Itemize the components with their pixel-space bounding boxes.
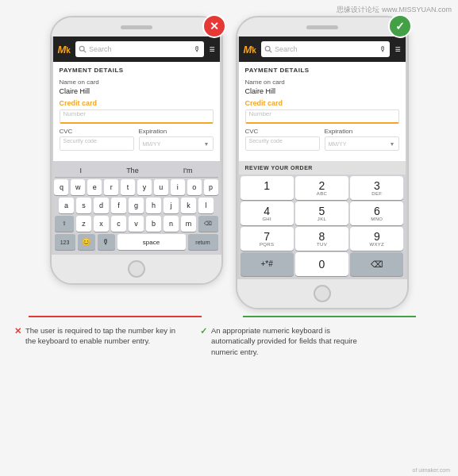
expiry-label-good: Expiration bbox=[325, 128, 399, 135]
key-m[interactable]: m bbox=[181, 216, 196, 232]
key-w[interactable]: w bbox=[71, 179, 85, 195]
key-c[interactable]: c bbox=[111, 216, 126, 232]
svg-point-2 bbox=[265, 46, 270, 51]
name-label-good: Name on card bbox=[245, 79, 399, 86]
key-v[interactable]: v bbox=[129, 216, 144, 232]
key-emoji[interactable]: 😊 bbox=[78, 234, 95, 250]
payment-title-good: PAYMENT DETAILS bbox=[245, 67, 399, 74]
key-h[interactable]: h bbox=[146, 198, 161, 213]
search-icon-bad bbox=[79, 45, 87, 53]
review-banner: REVIEW YOUR ORDER bbox=[239, 161, 406, 175]
label-row-bad: ✕ The user is required to tap the number… bbox=[14, 325, 187, 347]
key-q[interactable]: q bbox=[54, 179, 68, 195]
autocomplete-im[interactable]: I'm bbox=[183, 167, 193, 175]
num-key-symbols[interactable]: +*# bbox=[241, 252, 294, 276]
cvc-field-good[interactable]: Security code bbox=[245, 136, 320, 151]
num-key-6[interactable]: 6 MNO bbox=[350, 202, 403, 225]
label-block-good: ✓ An appropriate numeric keyboard is aut… bbox=[200, 325, 373, 357]
good-label-icon: ✓ bbox=[200, 326, 207, 336]
review-title: REVIEW YOUR ORDER bbox=[245, 165, 399, 171]
num-row-2: 4 GHI 5 JKL 6 MNO bbox=[241, 202, 404, 225]
expiry-field-good[interactable]: MM/YY ▼ bbox=[325, 136, 399, 151]
expiry-arrow-good: ▼ bbox=[390, 141, 395, 147]
numeric-keyboard: 1 2 ABC 3 DEF bbox=[239, 175, 406, 279]
label-block-bad: ✕ The user is required to tap the number… bbox=[14, 325, 187, 357]
autocomplete-i[interactable]: I bbox=[80, 167, 83, 175]
svg-point-0 bbox=[79, 46, 84, 51]
key-r[interactable]: r bbox=[104, 179, 118, 195]
home-button-good[interactable] bbox=[314, 285, 331, 302]
key-i[interactable]: i bbox=[171, 179, 185, 195]
cvc-field-bad[interactable]: Security code bbox=[60, 136, 134, 151]
key-g[interactable]: g bbox=[129, 198, 144, 213]
bad-label-text: The user is required to tap the number k… bbox=[25, 325, 187, 347]
key-mic[interactable]: 🎙 bbox=[98, 234, 115, 250]
key-s[interactable]: s bbox=[76, 198, 91, 213]
cvc-expiry-row-bad: CVC Security code Expiration MM/YY ▼ bbox=[60, 128, 214, 155]
phone-speaker-good bbox=[306, 25, 338, 29]
app-logo-bad: Mk bbox=[58, 44, 71, 56]
key-b[interactable]: b bbox=[146, 216, 161, 232]
key-d[interactable]: d bbox=[94, 198, 109, 213]
phone-top-bad bbox=[52, 17, 221, 36]
num-key-4[interactable]: 4 GHI bbox=[241, 202, 294, 225]
key-n[interactable]: n bbox=[164, 216, 179, 232]
num-key-8[interactable]: 8 TUV bbox=[295, 227, 348, 251]
divider-good bbox=[243, 316, 416, 317]
key-p[interactable]: p bbox=[204, 179, 218, 195]
key-j[interactable]: j bbox=[164, 198, 179, 213]
autocomplete-the[interactable]: The bbox=[126, 167, 139, 175]
num-key-9[interactable]: 9 WXYZ bbox=[350, 227, 403, 251]
num-key-1[interactable]: 1 bbox=[241, 176, 294, 200]
num-row-3: 7 PQRS 8 TUV 9 WXYZ bbox=[241, 227, 404, 251]
phone-bad: Mk Search 🎙 ≡ PAYMENT DETAILS Name on ca… bbox=[50, 16, 223, 285]
num-key-backspace[interactable]: ⌫ bbox=[350, 252, 403, 276]
key-backspace[interactable]: ⌫ bbox=[198, 216, 218, 232]
search-icon-good bbox=[264, 45, 272, 53]
key-row-3: ⇧ z x c v b n m ⌫ bbox=[55, 216, 218, 232]
key-k[interactable]: k bbox=[181, 198, 196, 213]
key-e[interactable]: e bbox=[87, 179, 102, 195]
key-return[interactable]: return bbox=[188, 234, 218, 250]
card-label-bad: Credit card bbox=[60, 99, 214, 107]
number-field-bad[interactable]: Number bbox=[60, 109, 214, 124]
expiry-field-bad[interactable]: MM/YY ▼ bbox=[139, 136, 214, 151]
key-123[interactable]: 123 bbox=[55, 234, 75, 250]
bottom-labels: ✕ The user is required to tap the number… bbox=[0, 317, 458, 357]
bad-indicator: ✕ bbox=[202, 14, 226, 38]
key-shift[interactable]: ⇧ bbox=[55, 216, 75, 232]
phone-bottom-bad bbox=[52, 255, 221, 283]
mic-icon-good: 🎙 bbox=[379, 45, 387, 53]
bad-label-icon: ✕ bbox=[14, 326, 21, 336]
key-a[interactable]: a bbox=[59, 198, 74, 213]
label-row-good: ✓ An appropriate numeric keyboard is aut… bbox=[200, 325, 373, 357]
num-key-7[interactable]: 7 PQRS bbox=[241, 227, 294, 251]
key-row-1: q w e r t y u i o p bbox=[55, 179, 218, 195]
search-bar-good[interactable]: Search 🎙 bbox=[261, 41, 391, 57]
home-button-bad[interactable] bbox=[128, 260, 145, 278]
watermark: 思缘设计论坛 www.MISSYUAN.com bbox=[337, 5, 452, 15]
menu-icon-good: ≡ bbox=[394, 44, 400, 55]
svg-line-3 bbox=[269, 50, 271, 52]
key-z[interactable]: z bbox=[76, 216, 91, 232]
key-l[interactable]: l bbox=[198, 198, 214, 213]
num-key-5[interactable]: 5 JKL bbox=[295, 202, 348, 225]
expiry-label-bad: Expiration bbox=[139, 128, 214, 135]
keyboard-bad: I The I'm q w e r t y u i o p bbox=[53, 161, 220, 255]
phone-good: Mk Search 🎙 ≡ PAYMENT DETAILS Name on ca… bbox=[236, 16, 409, 309]
search-bar-bad[interactable]: Search 🎙 bbox=[75, 41, 205, 57]
key-x[interactable]: x bbox=[94, 216, 109, 232]
expiry-arrow-bad: ▼ bbox=[204, 141, 210, 147]
num-key-0[interactable]: 0 bbox=[295, 252, 348, 276]
num-key-2[interactable]: 2 ABC bbox=[295, 176, 348, 200]
key-t[interactable]: t bbox=[121, 179, 135, 195]
key-space[interactable]: space bbox=[117, 234, 186, 250]
cvc-col-good: CVC Security code bbox=[245, 128, 320, 155]
num-key-3[interactable]: 3 DEF bbox=[350, 176, 403, 200]
key-o[interactable]: o bbox=[187, 179, 202, 195]
key-u[interactable]: u bbox=[154, 179, 168, 195]
key-y[interactable]: y bbox=[137, 179, 152, 195]
key-f[interactable]: f bbox=[111, 198, 126, 213]
payment-section-good: PAYMENT DETAILS Name on card Claire Hill… bbox=[239, 62, 406, 161]
number-field-good[interactable]: Number bbox=[245, 109, 399, 124]
